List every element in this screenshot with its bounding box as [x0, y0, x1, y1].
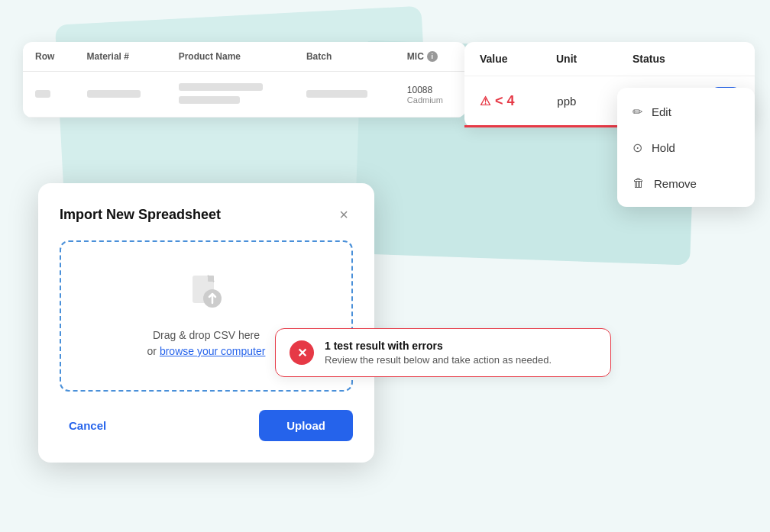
error-x-icon: ✕: [297, 346, 307, 360]
modal-header: Import New Spreadsheet ×: [60, 205, 353, 225]
col-status-header: Status: [632, 53, 709, 65]
drag-drop-label: Drag & drop CSV here: [153, 329, 260, 341]
error-title: 1 test result with errors: [325, 340, 597, 352]
drop-text: Drag & drop CSV here or browse your comp…: [147, 327, 266, 360]
col-batch: Batch: [294, 42, 395, 72]
error-banner: ✕ 1 test result with errors Review the r…: [275, 328, 611, 377]
or-text: or: [147, 345, 160, 357]
edit-label: Edit: [652, 105, 671, 118]
close-button[interactable]: ×: [335, 205, 353, 225]
mic-info-icon: i: [427, 51, 438, 62]
browse-link[interactable]: browse your computer: [160, 345, 266, 357]
warning-icon: ⚠: [480, 94, 490, 108]
upload-icon: [186, 272, 226, 315]
hold-label: Hold: [652, 141, 675, 154]
error-icon: ✕: [290, 340, 314, 365]
modal-title: Import New Spreadsheet: [60, 207, 221, 223]
svg-rect-1: [208, 276, 214, 282]
cancel-button[interactable]: Cancel: [60, 413, 115, 438]
col-value-header: Value: [480, 53, 556, 65]
col-material: Material #: [75, 42, 167, 72]
import-modal: Import New Spreadsheet × Drag & drop CSV…: [38, 183, 374, 463]
cell-product: xxxxxxxxxx xxxxxxx: [167, 72, 294, 118]
cell-mic: 10088 Cadmium: [395, 72, 466, 118]
clock-icon: ⊙: [632, 140, 642, 155]
remove-label: Remove: [654, 177, 697, 190]
error-subtitle: Review the result below and take action …: [325, 354, 597, 366]
cell-material: xxxxxxxx: [75, 72, 167, 118]
upload-svg: [186, 272, 226, 312]
close-icon: ×: [339, 206, 348, 223]
col-row: Row: [23, 42, 75, 72]
modal-actions: Cancel Upload: [60, 410, 353, 441]
menu-item-hold[interactable]: ⊙ Hold: [617, 130, 755, 166]
table-row: ## xxxxxxxx xxxxxxxxxx xxxxxxx xxxxxxxxx…: [23, 72, 466, 118]
table-card: Row Material # Product Name Batch MIC i …: [23, 42, 466, 118]
value-cell: ⚠ < 4: [480, 93, 557, 109]
value-card-header: Value Unit Status: [464, 42, 755, 76]
menu-item-edit[interactable]: ✏ Edit: [617, 94, 755, 130]
col-product: Product Name: [167, 42, 294, 72]
upload-button[interactable]: Upload: [259, 410, 353, 441]
dropdown-menu: ✏ Edit ⊙ Hold 🗑 Remove: [617, 88, 755, 207]
value-display: < 4: [495, 93, 515, 109]
pencil-icon: ✏: [632, 105, 642, 119]
error-text: 1 test result with errors Review the res…: [325, 340, 597, 366]
trash-icon: 🗑: [632, 176, 645, 190]
menu-item-remove[interactable]: 🗑 Remove: [617, 166, 755, 201]
cell-row: ##: [23, 72, 75, 118]
col-mic: MIC i: [395, 42, 466, 72]
cell-batch: xxxxxxxxx: [294, 72, 395, 118]
col-unit-header: Unit: [556, 53, 632, 65]
